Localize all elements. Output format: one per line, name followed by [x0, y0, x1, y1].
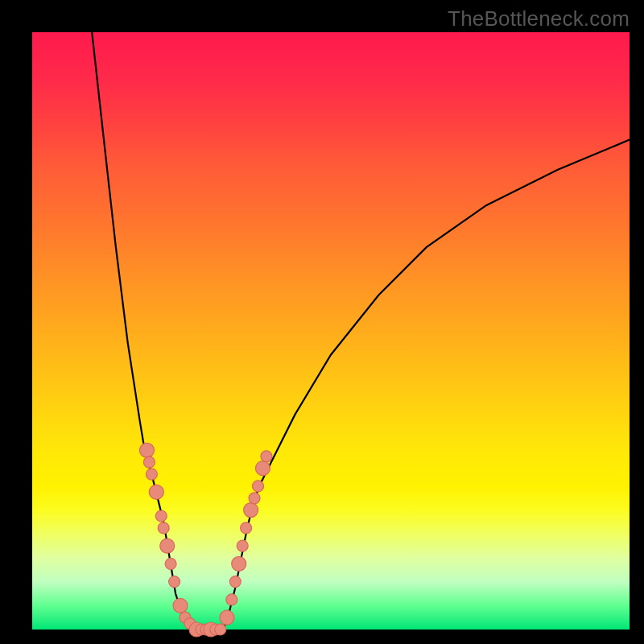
highlight-dot: [220, 610, 234, 625]
highlight-dot: [158, 522, 169, 534]
highlight-dot: [241, 522, 252, 534]
highlight-dot: [215, 624, 226, 635]
highlight-dot: [169, 576, 180, 588]
highlight-dot: [229, 576, 241, 588]
bottleneck-curve: [92, 32, 630, 630]
highlight-dot: [143, 456, 155, 468]
highlight-dot: [173, 598, 188, 613]
highlight-dot: [261, 451, 272, 462]
watermark-text: TheBottleneck.com: [448, 6, 630, 31]
highlight-dot: [155, 510, 167, 522]
highlight-dot: [255, 461, 270, 476]
highlight-dot: [149, 485, 163, 499]
highlight-dot: [146, 469, 157, 480]
chart-frame: TheBottleneck.com: [0, 0, 644, 644]
highlight-dots: [140, 443, 272, 637]
highlight-dot: [244, 503, 258, 518]
highlight-dot: [165, 558, 176, 569]
chart-overlay: [32, 32, 630, 630]
highlight-dot: [249, 493, 260, 504]
highlight-dot: [226, 594, 237, 605]
highlight-dot: [253, 481, 264, 492]
highlight-dot: [140, 443, 155, 457]
highlight-dot: [237, 540, 248, 551]
highlight-dot: [232, 556, 246, 571]
highlight-dot: [160, 539, 175, 553]
